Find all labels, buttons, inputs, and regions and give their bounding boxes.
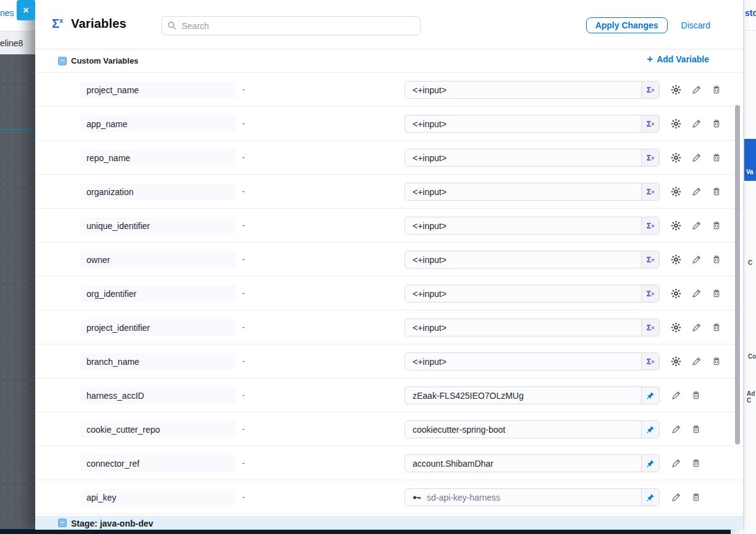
collapse-section-icon[interactable]: − (58, 57, 67, 65)
delete-trash-icon[interactable] (691, 423, 702, 435)
variable-value-input[interactable]: sd-api-key-harness Σx (405, 488, 660, 506)
variable-value-input[interactable]: <+input> Σx (405, 217, 660, 235)
variable-name-field[interactable]: org_identifier (80, 285, 236, 302)
expression-toggle-icon[interactable]: Σx (641, 251, 659, 268)
settings-gear-icon[interactable] (670, 152, 681, 163)
history-link-fragment[interactable]: stor (745, 8, 756, 18)
variable-name-field[interactable]: branch_name (80, 353, 236, 370)
expression-toggle-icon[interactable]: Σx (641, 353, 659, 370)
settings-gear-icon[interactable] (670, 220, 681, 231)
variable-value-input[interactable]: account.ShibamDhar Σx (405, 454, 660, 472)
variable-value-input[interactable]: <+input> Σx (405, 149, 660, 167)
settings-gear-icon[interactable] (670, 356, 681, 367)
settings-gear-icon[interactable] (670, 186, 681, 197)
settings-gear-icon[interactable] (670, 84, 681, 95)
settings-gear-icon[interactable] (670, 288, 681, 299)
variable-value-input[interactable]: <+input> Σx (405, 183, 660, 201)
delete-trash-icon[interactable] (711, 288, 722, 299)
delete-trash-icon[interactable] (691, 491, 702, 503)
edit-pencil-icon[interactable] (691, 288, 702, 299)
variable-value-input[interactable]: <+input> Σx (405, 81, 660, 99)
delete-trash-icon[interactable] (691, 390, 702, 401)
pin-fixed-value-icon[interactable] (641, 421, 659, 438)
delete-trash-icon[interactable] (691, 457, 702, 469)
variables-table: project_name - <+input> Σx (35, 73, 743, 514)
edit-pencil-icon[interactable] (670, 423, 681, 435)
apply-changes-button[interactable]: Apply Changes (586, 17, 668, 33)
pin-fixed-value-icon[interactable] (641, 387, 659, 404)
variable-type-dash: - (242, 288, 245, 298)
variable-name-text: cookie_cutter_repo (86, 425, 160, 435)
add-variable-button[interactable]: + Add Variable (647, 54, 709, 64)
delete-trash-icon[interactable] (711, 356, 722, 367)
expression-toggle-icon[interactable]: Σx (641, 285, 659, 302)
variable-value-text: <+input> (405, 357, 641, 367)
variable-value-input[interactable]: <+input> Σx (405, 251, 660, 269)
variable-row: harness_accID - zEaak-FLS425IEO7OLzMUg Σ… (35, 378, 743, 412)
pin-fixed-value-icon[interactable] (641, 489, 659, 506)
breadcrumb-fragment[interactable]: nes (0, 8, 16, 18)
settings-gear-icon[interactable] (670, 322, 681, 333)
variable-value-input[interactable]: cookiecutter-spring-boot Σx (405, 420, 660, 438)
variable-name-field[interactable]: project_identifier (80, 319, 236, 336)
delete-trash-icon[interactable] (711, 220, 722, 231)
edit-pencil-icon[interactable] (691, 220, 702, 231)
settings-gear-icon[interactable] (670, 254, 681, 265)
variable-name-field[interactable]: unique_identifier (80, 217, 236, 234)
close-drawer-button[interactable]: × (17, 0, 35, 20)
delete-trash-icon[interactable] (711, 84, 722, 95)
collapse-stage-icon[interactable]: − (58, 519, 67, 527)
expression-toggle-icon[interactable]: Σx (641, 319, 659, 336)
variable-value-input[interactable]: <+input> Σx (405, 285, 660, 302)
search-input[interactable] (161, 16, 421, 35)
variable-name-field[interactable]: harness_accID (80, 387, 236, 404)
variable-name-field[interactable]: app_name (80, 115, 236, 132)
edit-pencil-icon[interactable] (691, 118, 702, 129)
edit-pencil-icon[interactable] (691, 356, 702, 367)
edit-pencil-icon[interactable] (691, 84, 702, 95)
rail-tab-fragment-3[interactable]: AdC (747, 390, 755, 404)
edit-pencil-icon[interactable] (670, 491, 681, 503)
variable-name-text: repo_name (86, 153, 130, 163)
variable-name-text: connector_ref (86, 459, 140, 469)
variable-value-input[interactable]: zEaak-FLS425IEO7OLzMUg Σx (405, 386, 660, 404)
delete-trash-icon[interactable] (711, 322, 722, 333)
expression-toggle-icon[interactable]: Σx (641, 81, 659, 98)
close-icon: × (23, 5, 28, 16)
variable-row: branch_name - <+input> Σx (35, 344, 743, 378)
variable-row: project_identifier - <+input> Σx (35, 311, 743, 344)
rail-tab-fragment-2[interactable]: Co (748, 353, 756, 360)
variable-type-dash: - (242, 424, 245, 433)
edit-pencil-icon[interactable] (691, 152, 702, 163)
edit-pencil-icon[interactable] (691, 322, 702, 333)
variable-name-field[interactable]: connector_ref (80, 455, 236, 472)
variable-value-input[interactable]: <+input> Σx (405, 353, 660, 370)
variable-name-field[interactable]: repo_name (80, 149, 236, 166)
variable-name-field[interactable]: cookie_cutter_repo (80, 421, 236, 438)
rail-tab-variables[interactable]: Va (744, 139, 756, 181)
settings-gear-icon[interactable] (670, 118, 681, 129)
expression-toggle-icon[interactable]: Σx (641, 183, 659, 200)
delete-trash-icon[interactable] (711, 152, 722, 163)
delete-trash-icon[interactable] (711, 186, 722, 197)
variable-value-input[interactable]: <+input> Σx (405, 319, 660, 336)
variable-name-field[interactable]: project_name (80, 81, 236, 98)
expression-toggle-icon[interactable]: Σx (641, 217, 659, 234)
variable-value-input[interactable]: <+input> Σx (405, 115, 660, 133)
expression-toggle-icon[interactable]: Σx (641, 115, 659, 132)
edit-pencil-icon[interactable] (691, 254, 702, 265)
discard-button[interactable]: Discard (681, 20, 710, 30)
pin-fixed-value-icon[interactable] (641, 455, 659, 472)
drawer-scrollbar[interactable] (735, 105, 740, 444)
rail-tab-fragment-1[interactable]: C (748, 259, 752, 266)
edit-pencil-icon[interactable] (670, 390, 681, 401)
edit-pencil-icon[interactable] (691, 186, 702, 197)
delete-trash-icon[interactable] (711, 254, 722, 265)
expression-toggle-icon[interactable]: Σx (641, 149, 659, 166)
sigma-x-icon: Σx (52, 17, 63, 31)
edit-pencil-icon[interactable] (670, 457, 681, 469)
variable-name-field[interactable]: api_key (80, 489, 236, 506)
variable-name-field[interactable]: organization (80, 183, 236, 200)
delete-trash-icon[interactable] (711, 118, 722, 129)
variable-name-field[interactable]: owner (80, 251, 236, 268)
